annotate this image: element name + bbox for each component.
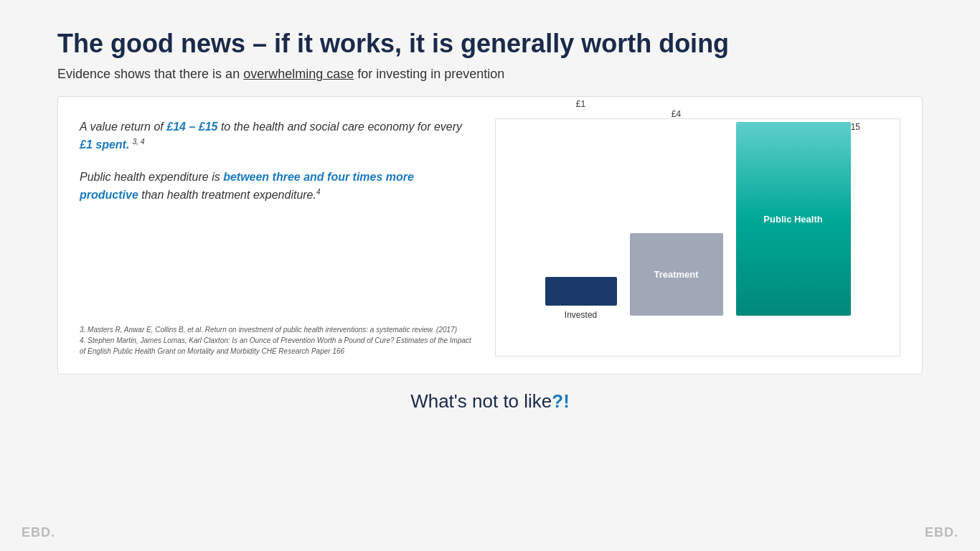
page-title: The good news – if it works, it is gener… — [57, 29, 923, 58]
card-left-panel: A value return of £14 – £15 to the healt… — [80, 118, 473, 357]
chart-panel: £15 £1 Invested £4 Treatment — [495, 118, 900, 357]
text2-sup: 4 — [316, 188, 321, 196]
footnotes: 3. Masters R, Anwar E, Collins B, et al.… — [80, 324, 473, 357]
bar-treatment: Treatment — [630, 233, 723, 316]
value-return-text: A value return of £14 – £15 to the healt… — [80, 118, 473, 154]
tagline-highlight: ?! — [552, 390, 570, 412]
text2-prefix: Public health expenditure is — [80, 171, 223, 183]
bar-group-treatment: £4 Treatment — [630, 109, 723, 320]
text1-sup: 3, 4 — [133, 138, 145, 146]
bar-treatment-value: Treatment — [654, 269, 698, 280]
bar-publichealth: Public Health — [736, 122, 851, 316]
bar-group-invested: £1 Invested — [545, 99, 617, 320]
bar-treatment-label-top: £4 — [672, 109, 681, 119]
subtitle-highlight: overwhelming case — [243, 67, 354, 81]
bar-invested — [545, 277, 617, 306]
logo-right: EBD. — [925, 525, 958, 540]
tagline-prefix: What's not to like — [410, 390, 552, 412]
bar-chart: £1 Invested £4 Treatment — [510, 133, 885, 349]
subtitle: Evidence shows that there is an overwhel… — [57, 67, 923, 82]
footnote1: 3. Masters R, Anwar E, Collins B, et al.… — [80, 324, 473, 335]
public-health-text: Public health expenditure is between thr… — [80, 169, 473, 204]
text1-prefix: A value return of — [80, 121, 166, 133]
text-block-2: Public health expenditure is between thr… — [80, 169, 473, 204]
bar-invested-bottom-label: Invested — [565, 310, 597, 320]
text1-highlight1: £14 – £15 — [166, 121, 217, 133]
subtitle-prefix: Evidence shows that there is an — [57, 67, 243, 81]
bar-invested-label-top: £1 — [576, 99, 585, 109]
text1-middle: to the health and social care economy fo… — [217, 121, 462, 133]
bar-group-publichealth: Public Health — [736, 119, 851, 320]
text1-highlight2: £1 spent. — [80, 139, 129, 151]
text2-suffix: than health treatment expenditure. — [138, 189, 316, 201]
bottom-tagline: What's not to like?! — [57, 390, 923, 413]
logo-left: EBD. — [22, 525, 55, 540]
subtitle-suffix: for investing in prevention — [354, 67, 504, 81]
text-block-1: A value return of £14 – £15 to the healt… — [80, 118, 473, 154]
footnote2: 4. Stephen Martin, James Lomas, Karl Cla… — [80, 335, 473, 357]
content-card: A value return of £14 – £15 to the healt… — [57, 96, 923, 375]
bar-publichealth-value: Public Health — [763, 214, 822, 225]
